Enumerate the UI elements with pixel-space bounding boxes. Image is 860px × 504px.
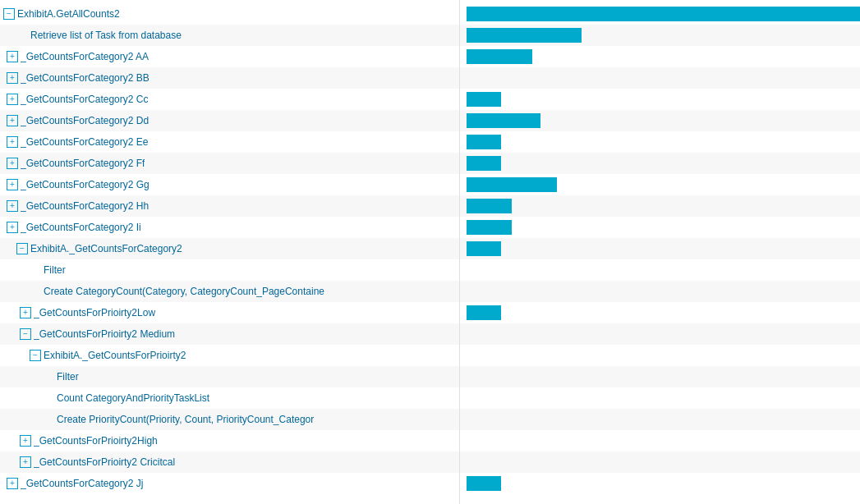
chart-row: 0 <box>460 409 860 430</box>
tree-item-label: _GetCountsForCategory2 Hh <box>21 200 149 212</box>
chart-row: 1 <box>460 195 860 217</box>
tree-row: +_GetCountsForCategory2 AA <box>0 46 459 67</box>
tree-row: +_GetCountsForPrioirty2Low <box>0 302 459 323</box>
bar-container <box>467 135 860 149</box>
bar-container <box>467 369 860 384</box>
chart-row: 0 <box>460 430 860 451</box>
tree-row: +_GetCountsForPrioirty2High <box>0 430 459 451</box>
chart-row: 0 <box>460 281 860 302</box>
bar-container <box>467 284 860 299</box>
chart-row: 1 <box>460 473 860 494</box>
tree-row: Count CategoryAndPriorityTaskList <box>0 387 459 409</box>
chart-row: 0 <box>460 345 860 366</box>
bar-container <box>467 305 860 320</box>
tree-item-label: _GetCountsForCategory2 Gg <box>21 179 149 190</box>
tree-item-label: _GetCountsForPrioirty2 Cricitcal <box>34 456 175 468</box>
tree-item-label: ExhibitA._GetCountsForCategory2 <box>30 243 182 254</box>
tree-item-label: Filter <box>44 264 66 276</box>
chart-row: 2 <box>460 110 860 131</box>
tree-item-label: _GetCountsForPrioirty2High <box>34 435 158 447</box>
chart-row: 0 <box>460 67 860 89</box>
tree-item-label: Create PriorityCount(Priority, Count, Pr… <box>57 414 314 425</box>
tree-item-label: _GetCountsForCategory2 AA <box>21 51 149 62</box>
expand-toggle[interactable]: + <box>20 456 31 468</box>
tree-row: +_GetCountsForCategory2 Dd <box>0 110 459 131</box>
tree-item-label: _GetCountsForCategory2 Ff <box>21 158 145 169</box>
bar-container <box>467 28 860 43</box>
tree-row: +_GetCountsForCategory2 BB <box>0 67 459 89</box>
chart-row: 1 <box>460 302 860 323</box>
expand-toggle[interactable]: + <box>7 222 18 233</box>
chart-row: 0 <box>460 366 860 387</box>
tree-row: Filter <box>0 259 459 281</box>
tree-item-label: Count CategoryAndPriorityTaskList <box>57 392 209 404</box>
bar <box>467 113 540 128</box>
tree-item-label: _GetCountsForCategory2 BB <box>21 72 149 84</box>
tree-row: −ExhibitA._GetCountsForCategory2 <box>0 238 459 259</box>
tree-row: Retrieve list of Task from database <box>0 25 459 46</box>
main-container: −ExhibitA.GetAllCounts2Retrieve list of … <box>0 0 860 504</box>
chart-panel: 175201211211100100000001 <box>460 0 860 504</box>
tree-item-label: _GetCountsForCategory2 Ii <box>21 222 141 233</box>
chart-row: 1 <box>460 153 860 174</box>
collapse-toggle[interactable]: − <box>3 8 15 20</box>
expand-toggle[interactable]: + <box>7 478 18 489</box>
tree-row: Filter <box>0 366 459 387</box>
bar-container <box>467 113 860 128</box>
tree-item-label: ExhibitA._GetCountsForPrioirty2 <box>44 350 186 361</box>
expand-toggle[interactable]: + <box>7 51 18 62</box>
expand-toggle[interactable]: + <box>7 94 18 105</box>
chart-row: 5 <box>460 25 860 46</box>
tree-row: −ExhibitA._GetCountsForPrioirty2 <box>0 345 459 366</box>
expand-toggle[interactable]: + <box>7 136 18 148</box>
tree-row: +_GetCountsForCategory2 Ff <box>0 153 459 174</box>
tree-item-label: Retrieve list of Task from database <box>30 30 182 41</box>
bar <box>467 28 582 43</box>
bar <box>467 49 532 64</box>
bar <box>467 156 501 171</box>
expand-toggle[interactable]: + <box>7 72 18 84</box>
expand-toggle[interactable]: + <box>7 115 18 126</box>
tree-item-label: ExhibitA.GetAllCounts2 <box>17 8 120 20</box>
tree-item-label: _GetCountsForPrioirty2Low <box>34 307 155 318</box>
expand-toggle[interactable]: + <box>7 200 18 212</box>
expand-toggle[interactable]: + <box>7 158 18 169</box>
tree-item-label: _GetCountsForCategory2 Dd <box>21 115 149 126</box>
bar <box>467 305 501 320</box>
bar-container <box>467 199 860 213</box>
bar <box>467 476 501 491</box>
bar-container <box>467 156 860 171</box>
bar <box>467 220 512 235</box>
expand-toggle[interactable]: + <box>7 179 18 190</box>
tree-item-label: _GetCountsForCategory2 Ee <box>21 136 148 148</box>
bar-container <box>467 71 860 85</box>
bar-container <box>467 263 860 277</box>
expand-toggle[interactable]: + <box>20 435 31 447</box>
bar-container <box>467 241 860 256</box>
bar-container <box>467 92 860 107</box>
tree-row: +_GetCountsForCategory2 Jj <box>0 473 459 494</box>
collapse-toggle[interactable]: − <box>30 350 41 361</box>
collapse-toggle[interactable]: − <box>20 328 31 340</box>
expand-toggle[interactable]: + <box>20 307 31 318</box>
tree-item-label: _GetCountsForCategory2 Cc <box>21 94 148 105</box>
tree-item-label: Filter <box>57 371 79 383</box>
bar-container <box>467 348 860 363</box>
tree-row: +_GetCountsForCategory2 Gg <box>0 174 459 195</box>
bar-container <box>467 433 860 448</box>
bar-container <box>467 476 860 491</box>
chart-row: 0 <box>460 451 860 473</box>
bar-container <box>467 220 860 235</box>
chart-row: 1 <box>460 238 860 259</box>
tree-item-label: _GetCountsForPrioirty2 Medium <box>34 328 175 340</box>
tree-item-label: _GetCountsForCategory2 Jj <box>21 478 143 489</box>
collapse-toggle[interactable]: − <box>16 243 28 254</box>
bar-container <box>467 391 860 405</box>
chart-row: 0 <box>460 259 860 281</box>
tree-row: +_GetCountsForCategory2 Ii <box>0 217 459 238</box>
tree-panel: −ExhibitA.GetAllCounts2Retrieve list of … <box>0 0 460 504</box>
bar-container <box>467 49 860 64</box>
bar <box>467 241 501 256</box>
tree-row: −ExhibitA.GetAllCounts2 <box>0 3 459 25</box>
tree-row: −_GetCountsForPrioirty2 Medium <box>0 323 459 345</box>
